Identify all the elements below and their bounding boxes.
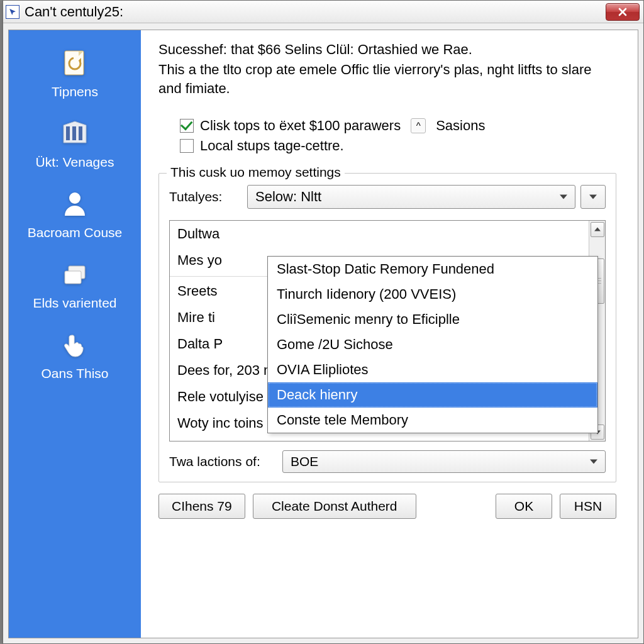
checkbox-parawers[interactable] (180, 119, 194, 133)
dropdown-option-selected[interactable]: Deack hienry (268, 382, 597, 408)
checkbox-label: Local stups tage-cettre. (200, 138, 344, 154)
app-icon (6, 5, 19, 19)
tutalyes-combo[interactable]: Selow: Nltt (247, 185, 575, 209)
client-area: Tipnens Ükt: Venages Bacroam Couse Elds … (8, 30, 638, 638)
checkbox-label: Clisk tops to ëxet $100 parawers (200, 118, 401, 134)
dropdown-option[interactable]: OVIA Elipliotes (268, 357, 597, 382)
dropdown-option[interactable]: Conste tele Membory (268, 408, 597, 433)
picker-label: Tutalyes: (169, 189, 242, 204)
checkbox-row-1: Clisk tops to ëxet $100 parawers ^ Sasio… (180, 118, 616, 134)
svg-rect-3 (72, 126, 76, 140)
tutalyes-dropdown[interactable]: Slast-Stop Datic Remory Fundened Tinurch… (267, 256, 598, 433)
hsn-button[interactable]: HSN (560, 494, 616, 519)
group-legend: This cusk uo memoy settings (167, 165, 345, 180)
dropdown-option[interactable]: Gome /2U Sichose (268, 332, 597, 357)
sidebar-item-label: Ükt: Venages (11, 155, 138, 170)
combo-value: Selow: Nltt (255, 189, 321, 205)
lactions-label: Twa lactions of: (169, 454, 276, 469)
sidebar-item-tipnens[interactable]: Tipnens (9, 42, 141, 108)
combo-value: BOE (291, 454, 318, 469)
sidebar-item-label: Oans Thiso (11, 366, 138, 381)
sidebar-item-venages[interactable]: Ükt: Venages (9, 112, 141, 179)
description-text: This a the tlto crop ate emele Offic tli… (158, 60, 616, 99)
svg-rect-4 (79, 126, 82, 140)
headline-text: Sucesshef: that $66 Selins Clül: Ortashi… (158, 42, 616, 58)
checkbox-extra-text: Sasions (436, 118, 485, 134)
sidebar-item-label: Bacroam Couse (11, 225, 138, 240)
cihens-button[interactable]: CIhens 79 (158, 494, 245, 519)
create-const-button[interactable]: Cleate Donst Autherd (253, 494, 416, 519)
dialog-window: Can't centuly25: Tipnens Ükt: Venages (3, 0, 644, 644)
combo-expand-button[interactable] (580, 185, 606, 209)
sidebar-item-label: Elds variented (11, 296, 138, 311)
cards-icon (56, 257, 94, 293)
button-row: CIhens 79 Cleate Donst Autherd OK HSN (158, 494, 616, 519)
settings-listbox[interactable]: Dultwa Mes yo Sreets Mire ti Dalta P Dee… (169, 220, 606, 441)
dropdown-option[interactable]: Slast-Stop Datic Remory Fundened (268, 257, 597, 282)
titlebar: Can't centuly25: (3, 1, 643, 23)
memory-settings-group: This cusk uo memoy settings Tutalyes: Se… (158, 173, 616, 482)
lactions-combo[interactable]: BOE (282, 450, 606, 473)
dropdown-option[interactable]: CliîSemenic menry to Eficiplle (268, 307, 597, 332)
svg-rect-2 (66, 126, 70, 140)
close-button[interactable] (606, 3, 640, 21)
svg-point-5 (69, 192, 80, 204)
window-title: Can't centuly25: (25, 4, 606, 20)
hint-chip[interactable]: ^ (411, 118, 426, 133)
hand-pointer-icon (56, 327, 94, 364)
picker-row: Tutalyes: Selow: Nltt (169, 185, 606, 209)
list-item[interactable]: Dultwa (170, 221, 589, 247)
person-icon (56, 186, 94, 223)
checkbox-row-2: Local stups tage-cettre. (180, 138, 616, 154)
columns-icon (56, 116, 94, 152)
svg-rect-7 (65, 271, 81, 284)
main-panel: Sucesshef: that $66 Selins Clül: Ortashi… (141, 30, 638, 638)
sidebar-item-label: Tipnens (11, 84, 138, 99)
dropdown-option[interactable]: Tinurch Iidenory (200 VVEIS) (268, 282, 597, 307)
sidebar-item-oans[interactable]: Oans Thiso (9, 323, 141, 390)
checkbox-local-stups[interactable] (180, 139, 194, 153)
scroll-up-button[interactable] (591, 222, 604, 237)
lactions-row: Twa lactions of: BOE (169, 450, 606, 473)
page-refresh-icon (56, 45, 94, 82)
sidebar-item-elds[interactable]: Elds variented (9, 253, 141, 319)
ok-button[interactable]: OK (496, 494, 552, 519)
sidebar: Tipnens Ükt: Venages Bacroam Couse Elds … (9, 30, 141, 638)
sidebar-item-bacroam[interactable]: Bacroam Couse (9, 182, 141, 249)
